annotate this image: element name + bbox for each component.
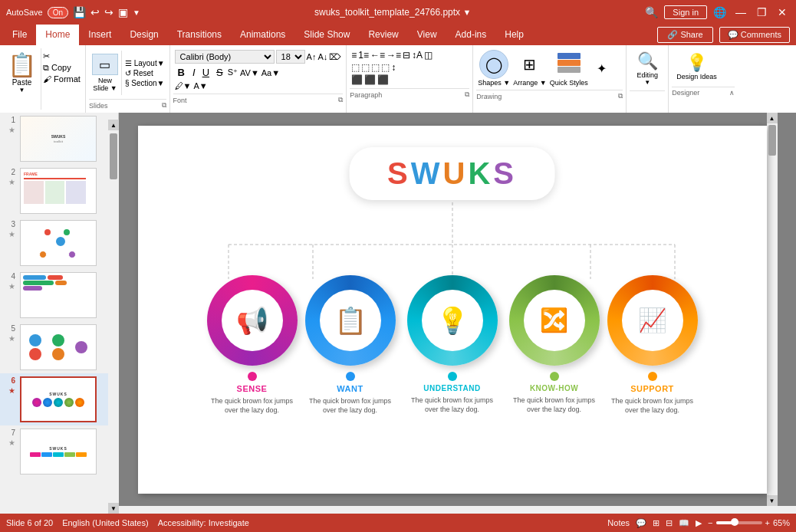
align-center-button[interactable]: ⬚	[361, 62, 370, 73]
editing-button[interactable]: 🔍 Editing ▼	[630, 48, 665, 89]
signin-button[interactable]: Sign in	[664, 5, 707, 19]
menu-slideshow[interactable]: Slide Show	[294, 25, 359, 45]
maximize-button[interactable]: ❐	[754, 6, 770, 18]
globe-icon[interactable]: 🌐	[713, 6, 726, 18]
menu-addins[interactable]: Add-ins	[446, 25, 496, 45]
smart-art-button[interactable]: ◫	[424, 50, 433, 61]
increase-font-button[interactable]: A↑	[307, 52, 317, 61]
collapse-ribbon-button[interactable]: ∧	[729, 89, 735, 97]
text-direction-button[interactable]: ↕A	[412, 50, 423, 61]
slide-canvas[interactable]: S W U K S	[138, 126, 767, 494]
slide-thumb-3[interactable]: 3 ★	[0, 217, 118, 269]
search-icon[interactable]: 🔍	[645, 6, 658, 18]
zoom-in-button[interactable]: +	[765, 518, 770, 527]
new-slide-button[interactable]: ▭ New Slide ▼	[89, 51, 122, 95]
drawing-expand-icon[interactable]: ⧉	[618, 92, 623, 100]
format-painter-button[interactable]: 🖌 Format	[43, 74, 81, 84]
shapes-button[interactable]: ◯ Shapes ▼	[478, 50, 510, 87]
decrease-font-button[interactable]: A↓	[317, 52, 327, 61]
menu-design[interactable]: Design	[120, 25, 167, 45]
bullets-button[interactable]: ≡	[351, 50, 357, 61]
para-settings-button[interactable]: ⬛	[377, 74, 389, 85]
columns-button[interactable]: ⊟	[403, 50, 410, 61]
menu-transitions[interactable]: Transitions	[168, 25, 231, 45]
scroll-down-button[interactable]: ▼	[108, 503, 119, 506]
font-family-select[interactable]: Calibri (Body)	[175, 50, 275, 64]
menu-animations[interactable]: Animations	[231, 25, 294, 45]
slide-scrollbar-thumb[interactable]	[110, 133, 117, 179]
reset-button[interactable]: ↺ Reset	[125, 69, 165, 77]
slide-thumb-4[interactable]: 4 ★	[0, 269, 118, 321]
numbered-list-button[interactable]: 1≡	[358, 50, 369, 61]
menu-help[interactable]: Help	[495, 25, 533, 45]
save-icon[interactable]: 💾	[73, 6, 86, 18]
paragraph-expand-icon[interactable]: ⧉	[465, 90, 469, 99]
canvas-scroll-up[interactable]: ▲	[767, 113, 778, 123]
normal-view-button[interactable]: ⊞	[653, 518, 659, 528]
scroll-up-button[interactable]: ▲	[108, 120, 119, 130]
underline-button[interactable]: U	[200, 66, 212, 79]
design-ideas-button[interactable]: 💡 Design Ideas	[673, 50, 720, 84]
font-expand-icon[interactable]: ⧉	[338, 96, 343, 104]
italic-button[interactable]: I	[190, 66, 198, 79]
zoom-out-button[interactable]: −	[708, 518, 712, 527]
copy-button[interactable]: ⧉ Copy	[43, 63, 81, 73]
slide-thumb-6[interactable]: 6 ★ SWUKS	[0, 373, 118, 425]
slideshow-button[interactable]: ▶	[696, 518, 702, 528]
accessibility-indicator[interactable]: Accessibility: Investigate	[158, 518, 249, 527]
slides-expand-icon[interactable]: ⧉	[162, 101, 166, 110]
zoom-level[interactable]: 65%	[773, 518, 790, 527]
change-case-button[interactable]: Aa▼	[261, 68, 280, 77]
autosave-toggle[interactable]: On	[48, 7, 68, 18]
slide-thumb-5[interactable]: 5 ★	[0, 321, 118, 373]
comments-button[interactable]: 💬 Comments	[719, 27, 790, 43]
paste-button[interactable]: 📋 Paste ▼	[3, 48, 41, 110]
menu-insert[interactable]: Insert	[79, 25, 120, 45]
canvas-scroll-thumb[interactable]	[768, 125, 776, 156]
zoom-slider-track[interactable]	[716, 521, 762, 524]
section-button[interactable]: § Section▼	[125, 79, 165, 87]
char-spacing-button[interactable]: AV▼	[240, 68, 259, 77]
minimize-button[interactable]: —	[732, 6, 749, 18]
menu-review[interactable]: Review	[359, 25, 407, 45]
align-left-button[interactable]: ⬚	[351, 62, 360, 73]
shape-effects-button[interactable]: ✦	[591, 57, 613, 79]
cut-button[interactable]: ✂	[43, 51, 81, 61]
menu-home[interactable]: Home	[36, 25, 79, 45]
justify-button[interactable]: ⬚	[381, 62, 390, 73]
increase-indent-button[interactable]: →≡	[386, 50, 401, 61]
align-right-button[interactable]: ⬚	[371, 62, 380, 73]
zoom-slider-thumb[interactable]	[731, 518, 738, 526]
quick-access-dropdown[interactable]: ▼	[133, 8, 140, 17]
slide-thumb-7[interactable]: 7 ★ SWUKS	[0, 425, 118, 478]
presentation-view-icon[interactable]: ▣	[118, 6, 128, 18]
close-button[interactable]: ✕	[775, 6, 790, 18]
redo-icon[interactable]: ↪	[104, 6, 113, 18]
highlight-color-button[interactable]: 🖊▼	[175, 81, 192, 90]
decrease-indent-button[interactable]: ←≡	[370, 50, 385, 61]
strikethrough-button[interactable]: S	[214, 66, 225, 79]
font-color-button[interactable]: A▼	[194, 81, 208, 90]
comments-status-button[interactable]: 💬	[636, 518, 646, 528]
undo-icon[interactable]: ↩	[90, 6, 100, 18]
slide-thumb-2[interactable]: 2 ★ FRAME	[0, 165, 118, 217]
font-size-select[interactable]: 18	[276, 50, 305, 64]
menu-view[interactable]: View	[408, 25, 446, 45]
slide-panel-scrollbar[interactable]: ▲ ▼	[108, 120, 119, 506]
line-spacing-button[interactable]: ↕	[391, 62, 396, 73]
add-col-button[interactable]: ⬛	[364, 74, 376, 85]
reading-view-button[interactable]: 📖	[679, 518, 689, 528]
layout-button[interactable]: ☰ Layout▼	[125, 59, 165, 67]
slide-sorter-button[interactable]: ⊟	[666, 518, 673, 528]
canvas-scroll-down[interactable]: ▼	[767, 495, 778, 506]
menu-file[interactable]: File	[3, 25, 36, 45]
clear-format-button[interactable]: ⌦	[329, 52, 341, 62]
text-shadow-button[interactable]: S⁺	[228, 67, 238, 77]
arrange-button[interactable]: ⊞ Arrange ▼	[513, 50, 546, 87]
share-button[interactable]: 🔗 Share	[657, 27, 712, 43]
bold-button[interactable]: B	[175, 65, 188, 80]
quick-styles-button[interactable]: Quick Styles	[550, 50, 588, 87]
convert-button[interactable]: ⬛	[351, 74, 363, 85]
slide-thumb-1[interactable]: 1 ★ SWUKStoolkit	[0, 113, 118, 165]
notes-button[interactable]: Notes	[607, 518, 630, 527]
